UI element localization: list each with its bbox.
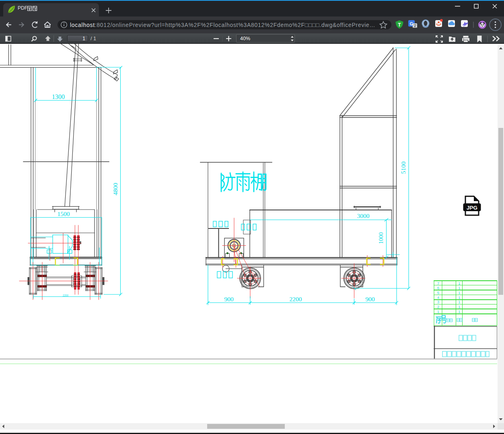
svg-text:1000: 1000	[378, 232, 384, 244]
svg-text:1: 1	[458, 286, 460, 290]
svg-text:1: 1	[458, 295, 460, 300]
svg-text:2200: 2200	[290, 296, 302, 302]
svg-text:G: G	[410, 21, 413, 26]
svg-text:1: 1	[458, 304, 460, 309]
svg-text:5100: 5100	[400, 161, 407, 174]
svg-text:900: 900	[224, 296, 234, 302]
svg-text:4800: 4800	[112, 183, 119, 195]
svg-text:1: 1	[437, 309, 439, 314]
svg-text:1: 1	[458, 281, 460, 286]
svg-text:5: 5	[437, 290, 439, 295]
svg-text:3: 3	[437, 300, 439, 304]
svg-text:900: 900	[365, 296, 375, 302]
svg-text:4: 4	[437, 295, 439, 300]
svg-text:JPG: JPG	[467, 205, 477, 211]
svg-text:7: 7	[437, 281, 439, 286]
svg-text:6: 6	[437, 286, 439, 290]
svg-text:1: 1	[458, 300, 460, 304]
svg-text:2: 2	[437, 304, 439, 309]
svg-text:1: 1	[458, 309, 460, 314]
svg-text:1500: 1500	[58, 210, 70, 217]
svg-text:T: T	[398, 22, 401, 28]
svg-text:1300: 1300	[52, 93, 65, 100]
svg-text:1: 1	[458, 290, 460, 295]
svg-text:2200: 2200	[63, 294, 69, 297]
svg-text:3000: 3000	[357, 212, 370, 219]
